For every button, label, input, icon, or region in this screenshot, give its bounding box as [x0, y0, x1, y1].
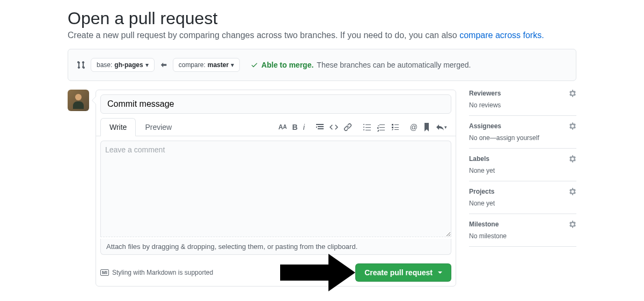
tab-write[interactable]: Write — [100, 118, 136, 136]
mention-icon[interactable]: @ — [410, 123, 418, 131]
projects-title: Projects — [469, 188, 494, 195]
base-prefix: base: — [97, 61, 112, 69]
create-pr-button[interactable]: Create pull request — [355, 263, 451, 282]
reply-icon[interactable]: ▾ — [436, 123, 447, 131]
projects-gear-icon[interactable] — [569, 188, 576, 195]
compare-branch-select[interactable]: compare: master ▾ — [173, 58, 240, 72]
labels-title: Labels — [469, 155, 489, 163]
assignees-text: No one— — [469, 134, 496, 142]
compare-prefix: compare: — [179, 61, 206, 69]
labels-text: None yet — [469, 167, 576, 174]
markdown-help-link[interactable]: MI Styling with Markdown is supported — [100, 269, 213, 276]
subtitle-text: Create a new pull request by comparing c… — [68, 31, 459, 40]
pr-title-input[interactable] — [100, 94, 451, 114]
arrow-left-icon — [160, 61, 167, 69]
code-icon[interactable] — [330, 123, 338, 131]
markdown-toolbar: AA B i — [274, 121, 451, 134]
git-compare-icon — [77, 61, 85, 69]
link-icon[interactable] — [343, 123, 352, 131]
attach-hint[interactable]: Attach files by dragging & dropping, sel… — [100, 239, 451, 255]
heading-icon[interactable]: AA — [279, 123, 287, 131]
check-icon — [251, 61, 258, 69]
compare-bar: base: gh-pages ▾ compare: master ▾ Able … — [68, 49, 576, 81]
labels-gear-icon[interactable] — [569, 155, 576, 163]
assignees-gear-icon[interactable] — [569, 122, 576, 130]
caret-down-icon: ▾ — [145, 61, 149, 69]
assign-yourself-link[interactable]: assign yourself — [496, 134, 539, 142]
compare-branch-name: master — [208, 61, 229, 69]
tab-preview[interactable]: Preview — [136, 118, 181, 136]
assignees-title: Assignees — [469, 122, 501, 130]
tasklist-icon[interactable] — [391, 123, 399, 131]
quote-icon[interactable] — [316, 123, 324, 131]
pr-body-textarea[interactable] — [100, 141, 451, 237]
page-title: Open a pull request — [68, 9, 576, 28]
italic-icon[interactable]: i — [303, 123, 305, 131]
merge-ok-label: Able to merge. — [261, 61, 313, 69]
markdown-help-text: Styling with Markdown is supported — [112, 269, 213, 276]
merge-status: Able to merge. These branches can be aut… — [251, 61, 471, 69]
reviewers-title: Reviewers — [469, 90, 501, 97]
page-subtitle: Create a new pull request by comparing c… — [68, 31, 576, 40]
caret-down-icon: ▾ — [231, 61, 234, 69]
avatar[interactable] — [68, 90, 89, 111]
annotation-arrow-icon — [280, 254, 355, 291]
comment-box: Write Preview AA B i — [96, 90, 456, 287]
reviewers-gear-icon[interactable] — [569, 90, 576, 97]
list-ol-icon[interactable] — [377, 123, 385, 131]
base-branch-select[interactable]: base: gh-pages ▾ — [91, 58, 155, 72]
milestone-gear-icon[interactable] — [569, 221, 576, 228]
sidebar: Reviewers No reviews Assignees No one—as… — [469, 90, 576, 247]
merge-hint: These branches can be automatically merg… — [317, 61, 471, 69]
reference-icon[interactable] — [423, 123, 430, 131]
projects-text: None yet — [469, 200, 576, 207]
bold-icon[interactable]: B — [292, 123, 298, 131]
reviewers-text: No reviews — [469, 101, 576, 109]
milestone-text: No milestone — [469, 232, 576, 240]
list-ul-icon[interactable] — [363, 123, 371, 131]
base-branch-name: gh-pages — [114, 61, 143, 69]
compare-forks-link[interactable]: compare across forks. — [459, 31, 544, 40]
markdown-icon: MI — [100, 269, 109, 276]
milestone-title: Milestone — [469, 221, 499, 228]
